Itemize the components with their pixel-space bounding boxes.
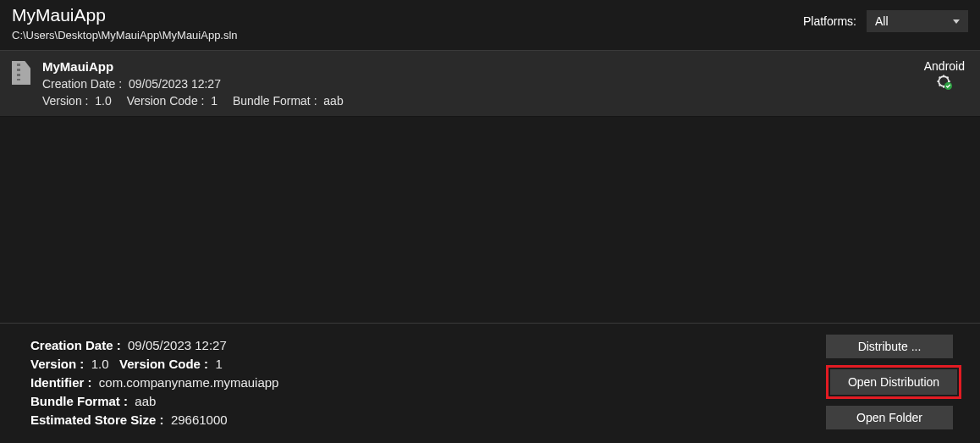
archive-row[interactable]: MyMauiApp Creation Date : 09/05/2023 12:… [0,50,980,117]
bundle-format-value: aab [323,94,343,108]
detail-version-value: 1.0 [91,357,109,371]
distribute-button[interactable]: Distribute ... [826,335,953,358]
creation-date-value: 09/05/2023 12:27 [129,77,221,91]
highlight-box: Open Distribution [826,365,961,399]
detail-bundle-format-label: Bundle Format : [30,394,128,408]
header-right: Platforms: All [803,10,968,32]
creation-date-label: Creation Date : [42,77,122,91]
header: MyMauiApp C:\Users\Desktop\MyMauiApp\MyM… [0,0,980,50]
chevron-down-icon [953,19,960,24]
header-left: MyMauiApp C:\Users\Desktop\MyMauiApp\MyM… [12,5,238,42]
version-code-label: Version Code : [127,94,205,108]
detail-creation-date-label: Creation Date : [30,338,121,352]
detail-est-size-label: Estimated Store Size : [30,413,164,427]
version-label: Version : [42,94,88,108]
detail-creation-date: Creation Date : 09/05/2023 12:27 [30,338,278,352]
svg-line-7 [939,85,941,86]
version-code-value: 1 [211,94,217,108]
svg-line-5 [939,77,941,79]
detail-identifier-value: com.companyname.mymauiapp [99,375,279,390]
details-left: Creation Date : 09/05/2023 12:27 Version… [30,334,278,431]
bundle-format-label: Bundle Format : [233,94,317,108]
open-folder-button[interactable]: Open Folder [826,406,953,429]
archive-right: Android [924,59,965,90]
detail-bundle-format: Bundle Format : aab [30,394,278,408]
detail-version: Version : 1.0 Version Code : 1 [30,357,278,371]
detail-identifier-label: Identifier : [30,375,92,390]
detail-est-size-value: 29661000 [171,413,228,427]
open-distribution-button[interactable]: Open Distribution [830,369,957,395]
version-value: 1.0 [95,94,111,108]
platforms-dropdown[interactable]: All [867,10,968,32]
archive-name: MyMauiApp [42,59,355,74]
archive-left: MyMauiApp Creation Date : 09/05/2023 12:… [12,59,355,108]
settings-check-icon [924,75,965,90]
detail-bundle-format-value: aab [135,394,156,408]
svg-line-8 [947,77,949,79]
detail-identifier: Identifier : com.companyname.mymauiapp [30,375,278,390]
archive-meta: MyMauiApp Creation Date : 09/05/2023 12:… [42,59,355,108]
archive-file-icon [12,61,30,85]
archive-creation-line: Creation Date : 09/05/2023 12:27 [42,77,355,91]
details-panel: Creation Date : 09/05/2023 12:27 Version… [0,323,980,443]
detail-est-size: Estimated Store Size : 29661000 [30,413,278,427]
solution-path: C:\Users\Desktop\MyMauiApp\MyMauiApp.sln [12,29,238,42]
archive-version-line: Version : 1.0 Version Code : 1 Bundle Fo… [42,94,355,108]
detail-version-code-value: 1 [215,357,222,371]
platforms-value: All [875,14,889,28]
archive-platform: Android [924,59,965,73]
details-buttons: Distribute ... Open Distribution Open Fo… [826,335,961,429]
detail-version-label: Version : [30,357,84,371]
detail-creation-date-value: 09/05/2023 12:27 [128,338,227,352]
platforms-label: Platforms: [803,14,856,28]
detail-version-code-label: Version Code : [119,357,208,371]
app-title: MyMauiApp [12,5,238,25]
